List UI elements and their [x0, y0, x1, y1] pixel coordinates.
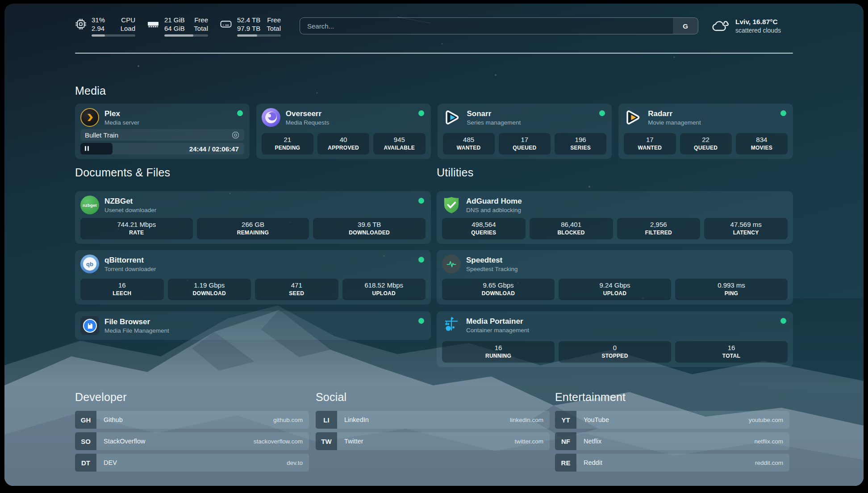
section-utilities: Utilities AdGuard Home DNS and adblockin… [437, 165, 793, 367]
cpu-progress-bar [92, 34, 135, 37]
stat-value: 16 [82, 281, 162, 289]
disk-progress-bar [237, 34, 281, 37]
adguard-card[interactable]: AdGuard Home DNS and adblocking 498,564 … [437, 191, 793, 244]
bookmark-url: dev.to [287, 460, 309, 466]
portainer-icon [442, 316, 461, 334]
bookmark-abbr: RE [555, 454, 576, 472]
stat-value: 744.21 Mbps [82, 220, 191, 229]
stat-latency: 47.569 ms LATENCY [704, 218, 788, 239]
bookmark-dev[interactable]: DT DEV dev.to [75, 454, 309, 472]
status-dot [418, 110, 424, 116]
stat-leech: 16 LEECH [80, 279, 164, 300]
cloud-icon [712, 19, 730, 33]
nzbget-icon: nzbget [80, 196, 99, 214]
overseerr-card[interactable]: Overseerr Media Requests 21 PENDING 40 A… [256, 104, 431, 159]
bookmark-abbr: DT [75, 454, 96, 472]
memory-icon [147, 18, 159, 30]
stat-label: SEED [257, 290, 337, 297]
stat-filtered: 2,956 FILTERED [617, 218, 701, 239]
status-dot [418, 257, 424, 263]
stat-value: 834 [738, 135, 786, 144]
stat-rate: 744.21 Mbps RATE [80, 218, 193, 239]
status-dot [418, 318, 424, 324]
bookmark-url: netflix.com [754, 438, 789, 445]
nzbget-card[interactable]: nzbget NZBGet Usenet downloader 744.21 M… [75, 191, 431, 244]
stats-row: 17 WANTED 22 QUEUED 834 MOVIES [624, 133, 788, 155]
section-title-documents: Documents & Files [75, 165, 431, 180]
app-subtitle: Movie management [648, 119, 701, 126]
bookmark-stackoverflow[interactable]: SO StackOverflow stackoverflow.com [75, 432, 309, 450]
stats-row: 16 RUNNING 0 STOPPED 16 TOTAL [442, 341, 788, 363]
sonarr-icon [443, 108, 462, 127]
bookmark-github[interactable]: GH Github github.com [75, 411, 309, 429]
stat-label: STOPPED [560, 352, 669, 359]
app-subtitle: Media File Management [104, 327, 169, 334]
stat-label: DOWNLOAD [444, 290, 553, 297]
search-input[interactable] [300, 22, 673, 30]
bookmark-url: stackoverflow.com [254, 438, 309, 445]
stat-remaining: 266 GB REMAINING [197, 218, 309, 239]
stat-series: 196 SERIES [555, 133, 606, 155]
cpu-widget: 31% 2.94 CPU Load [75, 16, 135, 37]
section-media: Media Plex Media server Bullet Train [75, 84, 793, 159]
stat-download: 1.19 Gbps DOWNLOAD [168, 279, 251, 300]
bookmark-name: DEV [96, 459, 287, 466]
bookmark-name: Reddit [576, 459, 755, 466]
bookmark-linkedin[interactable]: LI LinkedIn linkedin.com [316, 411, 550, 429]
radarr-card[interactable]: Radarr Movie management 17 WANTED 22 QUE… [618, 104, 793, 159]
stat-label: UPLOAD [344, 290, 424, 297]
stat-label: DOWNLOADED [315, 229, 424, 236]
app-title: Overseerr [286, 109, 330, 118]
stat-label: REMAINING [199, 229, 308, 236]
stats-row: 21 PENDING 40 APPROVED 945 AVAILABLE [262, 133, 426, 155]
bookmark-reddit[interactable]: RE Reddit reddit.com [555, 454, 789, 472]
plex-card[interactable]: Plex Media server Bullet Train 24:44 [75, 104, 250, 159]
qbittorrent-card[interactable]: qb qBittorrent Torrent downloader 16 LEE… [75, 250, 431, 305]
plex-icon [80, 108, 99, 127]
disk-icon [220, 18, 232, 30]
disk-widget: 52.4 TB 97.9 TB Free Total [220, 16, 281, 37]
stats-row: 9.65 Gbps DOWNLOAD 9.24 Gbps UPLOAD 0.99… [442, 279, 788, 300]
memory-progress-bar [164, 34, 208, 37]
disk-label-bottom: Total [267, 24, 281, 33]
speedtest-card[interactable]: Speedtest Speedtest Tracking 9.65 Gbps D… [437, 250, 793, 305]
bookmark-url: twitter.com [514, 438, 550, 445]
stat-blocked: 86,401 BLOCKED [530, 218, 613, 239]
stat-queries: 498,564 QUERIES [442, 218, 526, 239]
stat-value: 17 [626, 135, 674, 144]
cpu-icon [75, 18, 87, 30]
search-provider-button[interactable]: G [673, 18, 698, 34]
status-dot [418, 198, 424, 204]
bookmark-name: StackOverflow [96, 438, 254, 445]
filebrowser-card[interactable]: File Browser Media File Management [75, 311, 431, 340]
bookmark-abbr: NF [555, 432, 576, 450]
stat-approved: 40 APPROVED [317, 133, 369, 155]
stat-value: 2,956 [619, 220, 699, 229]
playback-time: 24:44 / 02:06:47 [189, 145, 239, 153]
header-divider [75, 53, 793, 54]
app-subtitle: Media Requests [286, 119, 330, 126]
stat-value: 39.6 TB [315, 220, 424, 229]
portainer-card[interactable]: Media Portainer Container management 16 … [437, 311, 793, 367]
memory-label-bottom: Total [194, 24, 208, 33]
stat-stopped: 0 STOPPED [559, 341, 671, 363]
weather-condition: scattered clouds [735, 26, 781, 34]
app-title: Speedtest [466, 255, 518, 265]
bookmark-abbr: GH [75, 411, 96, 429]
section-developer: Developer GH Github github.com SO StackO… [75, 390, 309, 475]
stat-queued: 17 QUEUED [499, 133, 551, 155]
stat-available: 945 AVAILABLE [373, 133, 425, 155]
bookmark-url: youtube.com [749, 417, 789, 423]
sonarr-card[interactable]: Sonarr Series management 485 WANTED 17 Q… [438, 104, 612, 159]
bookmark-twitter[interactable]: TW Twitter twitter.com [316, 432, 550, 450]
stat-label: AVAILABLE [375, 144, 423, 151]
stat-value: 22 [682, 135, 730, 144]
search-bar[interactable]: G [300, 17, 698, 34]
bookmark-youtube[interactable]: YT YouTube youtube.com [555, 411, 789, 429]
stat-label: MOVIES [738, 144, 786, 151]
stats-row: 498,564 QUERIES 86,401 BLOCKED 2,956 FIL… [442, 218, 788, 239]
bookmark-netflix[interactable]: NF Netflix netflix.com [555, 432, 789, 450]
section-title-entertainment: Entertainment [555, 390, 789, 404]
section-title-developer: Developer [75, 390, 309, 404]
bookmark-name: Twitter [337, 438, 514, 445]
